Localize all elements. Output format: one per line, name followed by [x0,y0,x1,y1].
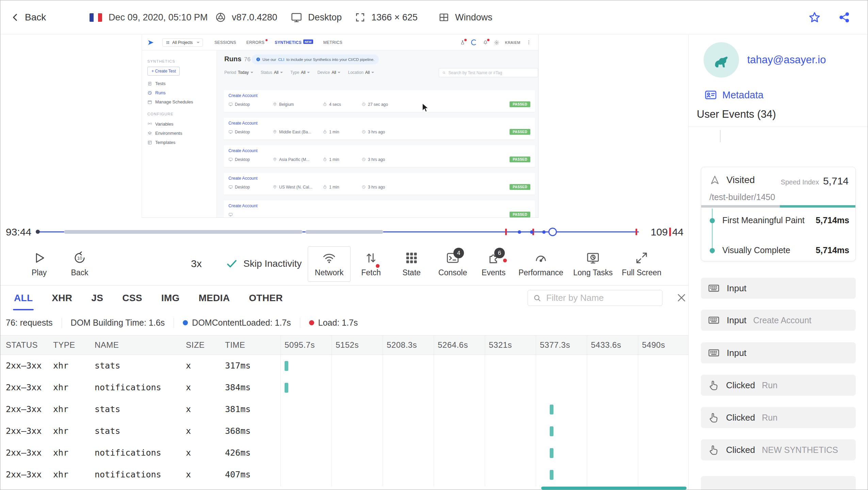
notification-red-dot [464,39,467,41]
network-icon [322,251,336,265]
clicked-event-card[interactable]: Clicked NEW SYNTHETICS [701,439,856,460]
network-request-row[interactable]: 2xx–3xx xhr notifications x 426ms [0,442,688,464]
location-pin-icon [273,102,277,107]
share-icon [838,11,851,24]
filter-type: TypeAll [290,70,310,75]
tab-xhr[interactable]: XHR [52,285,72,310]
windows-icon [438,12,450,23]
asayer-logo-icon [147,38,155,47]
back-10-button[interactable]: 10 Back [58,246,102,282]
location-pin-icon [273,157,277,162]
skip-inactivity-toggle[interactable]: Skip Inactivity [226,242,302,285]
visited-event-card[interactable]: Visited Speed Index 5,714 /test-builder/… [701,167,856,261]
request-status: 2xx–3xx [6,464,42,486]
request-name: notifications [95,464,161,486]
sidebar-item-runs: Runs [142,88,216,97]
playhead[interactable] [548,228,557,236]
request-status: 2xx–3xx [6,420,42,442]
player-controls: Play 10 Back 3x Skip Inactivity Network … [0,242,688,285]
errors-red-dot [266,39,268,41]
console-tool-button[interactable]: 4 Console [431,246,475,282]
tab-img[interactable]: IMG [161,285,180,310]
close-icon [676,292,687,303]
test-search-box [439,68,538,77]
gauge-icon [534,251,548,265]
horizontal-scrollbar-thumb[interactable] [541,487,687,490]
request-time: 384ms [225,377,251,398]
divider [174,318,174,328]
metric-dot [710,218,715,223]
back-button[interactable]: Back [10,0,46,34]
chevron-down-icon [307,72,310,75]
location-pin-icon [273,185,277,189]
fetch-red-dot [376,264,380,268]
run-test-name-link: Create Account [228,203,530,208]
status-badge: PASSED [510,184,530,190]
timer-icon [323,130,327,134]
network-request-row[interactable]: 2xx–3xx xhr stats x 368ms [0,420,688,442]
partial-event-card[interactable] [701,476,856,490]
sidebar-item-manage-schedules: Manage Schedules [142,97,216,107]
network-filter-input[interactable] [546,293,657,303]
location-pin-icon [273,130,277,134]
tab-all[interactable]: ALL [14,285,33,310]
timeline-event-dot [530,230,533,234]
long-tasks-tool-button[interactable]: Long Tasks [571,246,615,282]
tab-other[interactable]: OTHER [249,285,283,310]
close-panel-button[interactable] [676,292,687,303]
clicked-event-card[interactable]: Clicked Run [701,407,856,428]
network-request-row[interactable]: 2xx–3xx xhr stats x 317ms [0,355,688,377]
resolution-label: 1366 × 625 [371,12,418,23]
request-name: stats [95,355,120,377]
clicked-event-card[interactable]: Clicked Run [701,375,856,396]
network-tool-button[interactable]: Network [308,246,351,282]
event-type: Input [727,283,746,294]
network-name-filter[interactable] [528,290,662,306]
events-tool-button[interactable]: 6 Events [471,246,516,282]
tab-js[interactable]: JS [91,285,103,310]
speed-toggle[interactable]: 3x [191,242,202,285]
tab-css[interactable]: CSS [122,285,142,310]
player-timeline[interactable]: 93:44 10944 [0,222,688,242]
request-timing-bar [550,448,553,458]
event-connector-line [720,130,721,142]
dom-building-time: DOM Building Time: 1.6s [71,318,165,328]
visited-path: /test-builder/1450 [709,192,775,202]
chevron-down-icon [197,42,199,45]
metric-label: First Meaningful Paint [722,215,805,225]
hand-pointer-icon [708,379,719,391]
favorite-star-button[interactable] [808,0,821,34]
network-request-row[interactable]: 2xx–3xx xhr stats x 381ms [0,398,688,420]
request-type: xhr [53,442,68,464]
play-icon [32,251,46,265]
request-name: notifications [95,442,161,464]
status-badge: PASSED [510,157,530,162]
input-event-card[interactable]: Input [701,342,856,363]
request-type: xhr [53,464,68,486]
input-event-card[interactable]: Input [701,278,856,299]
play-button[interactable]: Play [17,246,61,282]
time-column-label: 5377.3s [540,336,570,355]
dom-content-loaded: DOMContentLoaded: 1.7s [192,318,291,328]
share-button[interactable] [838,0,851,34]
input-event-card[interactable]: Input Create Account [701,310,856,331]
request-timing-bar [285,383,288,393]
network-summary-bar: 76: requests DOM Building Time: 1.6s DOM… [0,310,688,335]
tab-media[interactable]: MEDIA [199,285,230,310]
replay-viewport[interactable]: All Projects SESSIONS ERRORS SYNTHETICSN… [0,35,688,222]
full-screen-button[interactable]: Full Screen [620,246,664,282]
metadata-button[interactable]: Metadata [704,88,763,101]
request-time: 317ms [225,355,251,377]
event-type: Clicked [726,412,755,423]
state-tool-button[interactable]: State [389,246,434,282]
network-request-row[interactable]: 2xx–3xx xhr notifications x 384ms [0,377,688,398]
bell-red-dot [487,39,489,41]
timeline-buffer-segment [305,230,383,234]
network-request-row[interactable]: 2xx–3xx xhr notifications x 407ms [0,464,688,486]
clock-icon [147,91,152,95]
calendar-icon [147,100,152,104]
performance-tool-button[interactable]: Performance [519,246,563,282]
run-group-card: Create Account Desktop Middle East (Ba..… [224,118,535,140]
replayed-app-screenshot: All Projects SESSIONS ERRORS SYNTHETICSN… [142,35,539,218]
fetch-tool-button[interactable]: Fetch [349,246,393,282]
